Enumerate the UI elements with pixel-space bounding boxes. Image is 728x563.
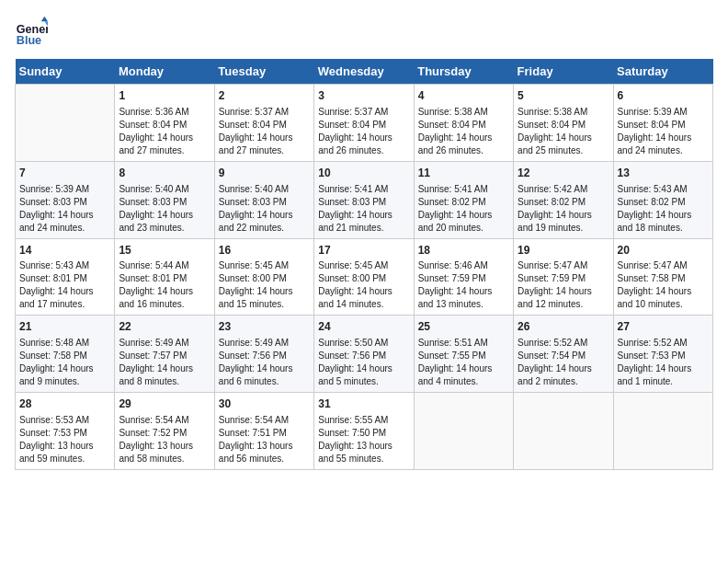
- day-info: Sunrise: 5:38 AM Sunset: 8:04 PM Dayligh…: [418, 106, 509, 157]
- page-header: General Blue: [15, 15, 713, 48]
- day-info: Sunrise: 5:46 AM Sunset: 7:59 PM Dayligh…: [418, 259, 509, 311]
- calendar-cell: 11Sunrise: 5:41 AM Sunset: 8:02 PM Dayli…: [414, 161, 513, 238]
- day-number: 21: [19, 319, 110, 335]
- day-info: Sunrise: 5:49 AM Sunset: 7:56 PM Dayligh…: [219, 337, 310, 388]
- day-info: Sunrise: 5:40 AM Sunset: 8:03 PM Dayligh…: [119, 183, 210, 235]
- logo-icon: General Blue: [15, 15, 48, 48]
- day-info: Sunrise: 5:45 AM Sunset: 8:00 PM Dayligh…: [219, 259, 310, 311]
- day-info: Sunrise: 5:54 AM Sunset: 7:51 PM Dayligh…: [219, 414, 310, 465]
- calendar-cell: 23Sunrise: 5:49 AM Sunset: 7:56 PM Dayli…: [214, 316, 313, 393]
- day-info: Sunrise: 5:36 AM Sunset: 8:04 PM Dayligh…: [119, 106, 210, 157]
- calendar-cell: 18Sunrise: 5:46 AM Sunset: 7:59 PM Dayli…: [414, 238, 513, 316]
- day-number: 12: [518, 166, 609, 181]
- calendar-cell: 12Sunrise: 5:42 AM Sunset: 8:02 PM Dayli…: [514, 161, 613, 238]
- day-header-wednesday: Wednesday: [314, 59, 414, 85]
- day-number: 19: [518, 243, 609, 259]
- day-number: 16: [219, 243, 310, 259]
- day-info: Sunrise: 5:42 AM Sunset: 8:02 PM Dayligh…: [518, 183, 609, 235]
- day-number: 18: [418, 243, 509, 259]
- calendar-cell: 31Sunrise: 5:55 AM Sunset: 7:50 PM Dayli…: [314, 393, 414, 470]
- week-row-3: 14Sunrise: 5:43 AM Sunset: 8:01 PM Dayli…: [16, 238, 713, 316]
- day-info: Sunrise: 5:37 AM Sunset: 8:04 PM Dayligh…: [318, 106, 409, 157]
- calendar-cell: 24Sunrise: 5:50 AM Sunset: 7:56 PM Dayli…: [314, 316, 414, 393]
- day-number: 26: [518, 319, 609, 335]
- day-number: 5: [518, 88, 609, 104]
- calendar-table: SundayMondayTuesdayWednesdayThursdayFrid…: [15, 59, 713, 470]
- day-number: 28: [19, 396, 110, 412]
- day-info: Sunrise: 5:40 AM Sunset: 8:03 PM Dayligh…: [219, 183, 310, 235]
- calendar-cell: 15Sunrise: 5:44 AM Sunset: 8:01 PM Dayli…: [115, 238, 214, 316]
- calendar-cell: 27Sunrise: 5:52 AM Sunset: 7:53 PM Dayli…: [613, 316, 712, 393]
- calendar-cell: 14Sunrise: 5:43 AM Sunset: 8:01 PM Dayli…: [16, 238, 115, 316]
- day-number: 25: [418, 319, 509, 335]
- calendar-cell: 16Sunrise: 5:45 AM Sunset: 8:00 PM Dayli…: [214, 238, 313, 316]
- calendar-cell: 1Sunrise: 5:36 AM Sunset: 8:04 PM Daylig…: [115, 85, 214, 162]
- day-info: Sunrise: 5:48 AM Sunset: 7:58 PM Dayligh…: [19, 337, 110, 388]
- day-info: Sunrise: 5:47 AM Sunset: 7:59 PM Dayligh…: [518, 259, 609, 311]
- day-info: Sunrise: 5:47 AM Sunset: 7:58 PM Dayligh…: [618, 259, 709, 311]
- day-header-thursday: Thursday: [414, 59, 513, 85]
- day-info: Sunrise: 5:53 AM Sunset: 7:53 PM Dayligh…: [19, 414, 110, 465]
- day-number: 3: [318, 88, 409, 104]
- day-info: Sunrise: 5:44 AM Sunset: 8:01 PM Dayligh…: [119, 259, 210, 311]
- calendar-cell: 5Sunrise: 5:38 AM Sunset: 8:04 PM Daylig…: [514, 85, 613, 162]
- day-info: Sunrise: 5:55 AM Sunset: 7:50 PM Dayligh…: [318, 414, 409, 465]
- calendar-cell: 19Sunrise: 5:47 AM Sunset: 7:59 PM Dayli…: [514, 238, 613, 316]
- day-header-saturday: Saturday: [613, 59, 712, 85]
- calendar-cell: 8Sunrise: 5:40 AM Sunset: 8:03 PM Daylig…: [115, 161, 214, 238]
- calendar-cell: 10Sunrise: 5:41 AM Sunset: 8:03 PM Dayli…: [314, 161, 414, 238]
- week-row-4: 21Sunrise: 5:48 AM Sunset: 7:58 PM Dayli…: [16, 316, 713, 393]
- day-number: 10: [318, 166, 409, 181]
- calendar-cell: [16, 85, 115, 162]
- logo: General Blue: [15, 15, 51, 48]
- day-info: Sunrise: 5:39 AM Sunset: 8:04 PM Dayligh…: [618, 106, 709, 157]
- day-number: 7: [19, 166, 110, 181]
- calendar-cell: [613, 393, 712, 470]
- day-number: 27: [618, 319, 709, 335]
- week-row-1: 1Sunrise: 5:36 AM Sunset: 8:04 PM Daylig…: [16, 85, 713, 162]
- calendar-cell: 22Sunrise: 5:49 AM Sunset: 7:57 PM Dayli…: [115, 316, 214, 393]
- calendar-cell: 2Sunrise: 5:37 AM Sunset: 8:04 PM Daylig…: [214, 85, 313, 162]
- calendar-cell: 29Sunrise: 5:54 AM Sunset: 7:52 PM Dayli…: [115, 393, 214, 470]
- day-number: 24: [318, 319, 409, 335]
- day-number: 6: [618, 88, 709, 104]
- calendar-cell: [414, 393, 513, 470]
- day-number: 20: [618, 243, 709, 259]
- day-info: Sunrise: 5:37 AM Sunset: 8:04 PM Dayligh…: [219, 106, 310, 157]
- calendar-cell: 20Sunrise: 5:47 AM Sunset: 7:58 PM Dayli…: [613, 238, 712, 316]
- day-number: 22: [119, 319, 210, 335]
- day-info: Sunrise: 5:49 AM Sunset: 7:57 PM Dayligh…: [119, 337, 210, 388]
- calendar-cell: [514, 393, 613, 470]
- day-number: 9: [219, 166, 310, 181]
- day-number: 8: [119, 166, 210, 181]
- calendar-cell: 3Sunrise: 5:37 AM Sunset: 8:04 PM Daylig…: [314, 85, 414, 162]
- svg-marker-2: [41, 17, 48, 21]
- day-number: 15: [119, 243, 210, 259]
- day-info: Sunrise: 5:41 AM Sunset: 8:02 PM Dayligh…: [418, 183, 509, 235]
- calendar-cell: 21Sunrise: 5:48 AM Sunset: 7:58 PM Dayli…: [16, 316, 115, 393]
- day-info: Sunrise: 5:54 AM Sunset: 7:52 PM Dayligh…: [119, 414, 210, 465]
- day-number: 4: [418, 88, 509, 104]
- day-info: Sunrise: 5:39 AM Sunset: 8:03 PM Dayligh…: [19, 183, 110, 235]
- day-number: 1: [119, 88, 210, 104]
- day-header-tuesday: Tuesday: [214, 59, 313, 85]
- calendar-cell: 4Sunrise: 5:38 AM Sunset: 8:04 PM Daylig…: [414, 85, 513, 162]
- day-info: Sunrise: 5:45 AM Sunset: 8:00 PM Dayligh…: [318, 259, 409, 311]
- calendar-cell: 6Sunrise: 5:39 AM Sunset: 8:04 PM Daylig…: [613, 85, 712, 162]
- day-number: 2: [219, 88, 310, 104]
- day-info: Sunrise: 5:38 AM Sunset: 8:04 PM Dayligh…: [518, 106, 609, 157]
- day-number: 11: [418, 166, 509, 181]
- calendar-cell: 26Sunrise: 5:52 AM Sunset: 7:54 PM Dayli…: [514, 316, 613, 393]
- day-header-sunday: Sunday: [16, 59, 115, 85]
- day-number: 14: [19, 243, 110, 259]
- day-info: Sunrise: 5:52 AM Sunset: 7:53 PM Dayligh…: [618, 337, 709, 388]
- day-header-friday: Friday: [514, 59, 613, 85]
- calendar-cell: 9Sunrise: 5:40 AM Sunset: 8:03 PM Daylig…: [214, 161, 313, 238]
- day-number: 31: [318, 396, 409, 412]
- day-info: Sunrise: 5:41 AM Sunset: 8:03 PM Dayligh…: [318, 183, 409, 235]
- day-info: Sunrise: 5:50 AM Sunset: 7:56 PM Dayligh…: [318, 337, 409, 388]
- day-number: 13: [618, 166, 709, 181]
- day-info: Sunrise: 5:43 AM Sunset: 8:01 PM Dayligh…: [19, 259, 110, 311]
- calendar-cell: 28Sunrise: 5:53 AM Sunset: 7:53 PM Dayli…: [16, 393, 115, 470]
- day-info: Sunrise: 5:43 AM Sunset: 8:02 PM Dayligh…: [618, 183, 709, 235]
